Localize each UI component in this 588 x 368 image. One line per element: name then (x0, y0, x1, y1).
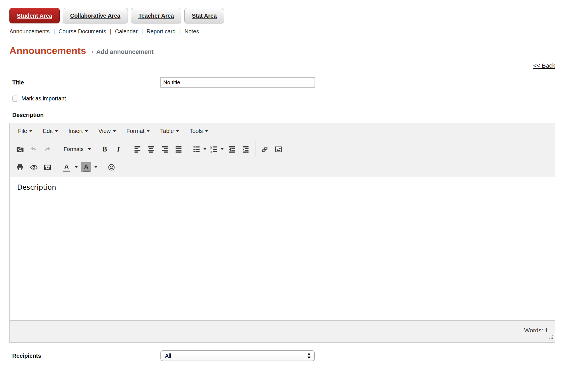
mark-important-checkbox[interactable] (12, 96, 18, 102)
menu-file[interactable]: File (14, 126, 37, 137)
undo-button[interactable] (27, 141, 41, 157)
align-center-button[interactable] (144, 141, 158, 157)
subnav-separator: | (110, 28, 111, 35)
tab-label: Stat Area (192, 13, 217, 19)
emoticons-button[interactable] (104, 159, 118, 175)
subnav-item-calendar[interactable]: Calendar (115, 28, 138, 35)
page-subtitle: Add announcement (96, 48, 154, 56)
chevron-down-icon (29, 130, 32, 132)
menu-view[interactable]: View (94, 126, 120, 137)
redo-icon (44, 145, 51, 153)
menu-insert[interactable]: Insert (64, 126, 92, 137)
chevron-down-icon (75, 166, 78, 168)
editor-content-area[interactable]: Description (10, 177, 555, 320)
chevron-down-icon (55, 130, 58, 132)
menu-label: Tools (190, 128, 203, 134)
chevron-down-icon (205, 130, 208, 132)
page: Student AreaCollaborative AreaTeacher Ar… (9, 8, 555, 361)
important-row: Mark as important (9, 95, 555, 102)
menu-label: Edit (43, 128, 53, 134)
menu-label: Insert (69, 128, 83, 134)
page-title: Announcements (9, 45, 86, 56)
folder-search-icon (16, 145, 24, 153)
menu-table[interactable]: Table (156, 126, 183, 137)
indent-button[interactable] (239, 141, 253, 157)
toolbar-separator (95, 141, 95, 157)
recipients-select[interactable]: All (160, 350, 315, 361)
description-label: Description (9, 112, 555, 118)
align-left-button[interactable] (131, 141, 144, 157)
align-right-icon (161, 145, 169, 153)
image-button[interactable] (272, 141, 285, 157)
menu-label: View (98, 128, 111, 134)
subnav-item-notes[interactable]: Notes (184, 28, 199, 35)
numbered-list-button[interactable]: 1 2 3 (208, 141, 225, 157)
recipients-selected-value: All (165, 353, 307, 359)
tab-teacher-area[interactable]: Teacher Area (131, 8, 182, 23)
media-button[interactable] (41, 159, 54, 175)
back-row: << Back (9, 62, 555, 70)
chevron-down-icon (147, 130, 150, 132)
background-color-button[interactable]: A (79, 159, 99, 175)
page-heading: Announcements › Add announcement (9, 45, 555, 56)
menu-label: Table (160, 128, 174, 134)
print-icon (16, 163, 24, 171)
italic-button[interactable]: I (112, 141, 125, 157)
outdent-button[interactable] (225, 141, 239, 157)
chevron-down-icon (94, 166, 97, 168)
bold-button[interactable]: B (98, 141, 112, 157)
menu-edit[interactable]: Edit (39, 126, 62, 137)
editor-statusbar: Words: 1 (10, 320, 555, 342)
preview-button[interactable] (27, 159, 41, 175)
image-icon (275, 145, 282, 153)
tab-label: Collaborative Area (70, 13, 120, 19)
redo-button[interactable] (41, 141, 54, 157)
toolbar-separator (102, 159, 102, 175)
tab-student-area[interactable]: Student Area (9, 8, 60, 23)
subnav-item-report-card[interactable]: Report card (146, 28, 176, 35)
toolbar-separator (188, 141, 188, 157)
menu-format[interactable]: Format (122, 126, 154, 137)
title-input[interactable] (160, 77, 315, 88)
align-justify-icon (175, 145, 182, 153)
align-right-button[interactable] (158, 141, 172, 157)
menu-tools[interactable]: Tools (185, 126, 212, 137)
back-link[interactable]: << Back (533, 62, 555, 69)
toolbar-separator (255, 141, 255, 157)
editor-toolbar-row2: AA (10, 157, 555, 177)
formats-dropdown-button[interactable]: Formats (60, 141, 92, 157)
rich-text-editor: FileEditInsertViewFormatTableTools Forma… (9, 123, 555, 343)
toolbar-separator (128, 141, 128, 157)
subnav-item-course-documents[interactable]: Course Documents (59, 28, 106, 35)
folder-search-button[interactable] (13, 141, 27, 157)
subnav-separator: | (141, 28, 143, 35)
preview-icon (30, 163, 38, 171)
chevron-down-icon (176, 130, 179, 132)
align-justify-button[interactable] (172, 141, 186, 157)
course-subnav: Announcements|Course Documents|Calendar|… (9, 28, 555, 35)
tab-label: Student Area (17, 13, 52, 19)
mark-important-label: Mark as important (21, 95, 66, 102)
chevron-down-icon (204, 148, 206, 150)
print-button[interactable] (13, 159, 27, 175)
background-color-icon: A (81, 162, 91, 172)
chevron-down-icon (113, 130, 116, 132)
link-button[interactable] (258, 141, 272, 157)
editor-toolbar-row1: FormatsBI 1 2 3 (10, 139, 555, 159)
tab-stat-area[interactable]: Stat Area (184, 8, 224, 23)
select-stepper-icon (307, 352, 311, 359)
media-icon (44, 163, 51, 171)
subnav-item-announcements[interactable]: Announcements (9, 28, 50, 35)
bullet-list-button[interactable] (191, 141, 208, 157)
recipients-label: Recipients (12, 353, 160, 359)
bullet-list-icon (193, 145, 200, 153)
indent-icon (242, 145, 249, 153)
chevron-down-icon (88, 148, 91, 150)
formats-label: Formats (61, 146, 85, 152)
text-color-button[interactable]: A (60, 159, 79, 175)
align-left-icon (134, 145, 141, 153)
subnav-separator: | (53, 28, 55, 35)
tab-collaborative-area[interactable]: Collaborative Area (63, 8, 128, 23)
breadcrumb-arrow: › (92, 48, 94, 56)
resize-grip-icon[interactable] (547, 335, 553, 341)
